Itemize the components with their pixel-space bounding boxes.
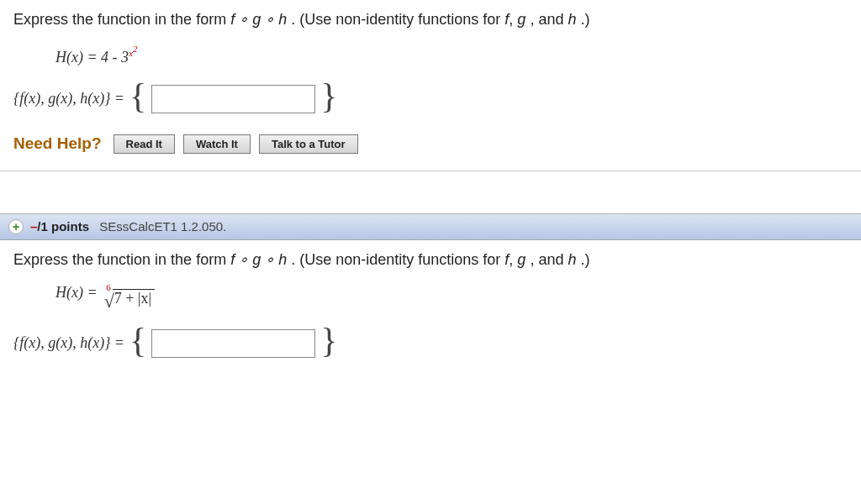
- close-brace-icon: }: [320, 82, 337, 111]
- question-1: Express the function in the form f ∘ g ∘…: [0, 0, 861, 171]
- q2-answer-label: {f(x), g(x), h(x)} =: [13, 334, 124, 352]
- q2-prompt-prefix: Express the function in the form: [13, 251, 230, 268]
- q2-answer-line: {f(x), g(x), h(x)} = { }: [13, 329, 848, 358]
- q2-prompt-suffix2: , and: [530, 251, 568, 268]
- letter-g2: g: [517, 251, 526, 268]
- q2-prompt: Express the function in the form f ∘ g ∘…: [13, 250, 848, 269]
- radical-symbol-icon: √: [104, 291, 114, 312]
- open-brace-icon: {: [129, 82, 146, 111]
- question-2-header: + –/1 points SEssCalcET1 1.2.050.: [0, 213, 861, 240]
- q1-fn-lhs: H(x) = 4 - 3x2: [55, 49, 138, 66]
- read-it-button[interactable]: Read It: [114, 134, 175, 154]
- q1-answer-line: {f(x), g(x), h(x)} = { }: [13, 85, 848, 113]
- radicand: 7 + |x|: [113, 289, 155, 311]
- q2-prompt-end: .): [580, 251, 589, 268]
- q1-prompt-prefix: Express the function in the form: [13, 11, 230, 28]
- watch-it-button[interactable]: Watch It: [183, 134, 251, 154]
- q2-composition: f ∘ g ∘ h: [230, 251, 287, 268]
- q2-formula: H(x) = 6 √ 7 + |x|: [55, 284, 848, 311]
- source-label: SEssCalcET1 1.2.050.: [92, 219, 226, 234]
- q1-prompt-suffix: . (Use non-identity functions for: [291, 11, 504, 28]
- q1-answer-label: {f(x), g(x), h(x)} =: [13, 90, 124, 108]
- gap: [0, 171, 861, 213]
- talk-to-tutor-button[interactable]: Talk to a Tutor: [259, 134, 358, 154]
- letter-f: f: [504, 11, 509, 28]
- expand-icon[interactable]: +: [8, 219, 24, 234]
- points-label: –/1 points: [30, 219, 89, 234]
- close-brace-icon2: }: [320, 327, 337, 355]
- open-brace-icon2: {: [129, 327, 146, 355]
- help-label: Need Help?: [13, 134, 102, 153]
- q1-help-row: Need Help? Read It Watch It Talk to a Tu…: [13, 134, 848, 154]
- q1-formula: H(x) = 4 - 3x2: [55, 44, 848, 66]
- letter-h: h: [568, 11, 576, 28]
- question-2: Express the function in the form f ∘ g ∘…: [0, 240, 861, 375]
- q2-prompt-suffix: . (Use non-identity functions for: [291, 251, 504, 268]
- q2-answer-input[interactable]: [151, 329, 315, 358]
- q1-prompt: Express the function in the form f ∘ g ∘…: [13, 10, 848, 29]
- letter-g: g: [517, 11, 526, 28]
- q1-prompt-end: .): [580, 11, 589, 28]
- radical-icon: 6 √ 7 + |x|: [101, 289, 155, 311]
- letter-h2: h: [568, 251, 576, 268]
- letter-f2: f: [504, 251, 509, 268]
- q2-fn-lhs: H(x) =: [55, 284, 101, 301]
- q1-answer-input[interactable]: [151, 85, 315, 113]
- q1-composition: f ∘ g ∘ h: [230, 11, 287, 28]
- q1-prompt-suffix2: , and: [530, 11, 568, 28]
